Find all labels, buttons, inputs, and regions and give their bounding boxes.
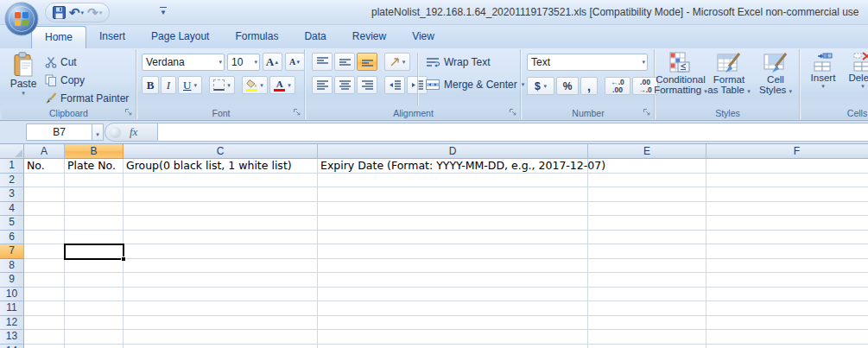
cell-F1[interactable] [706,159,868,174]
cell-F8[interactable] [706,259,868,274]
tab-review[interactable]: Review [339,26,399,47]
cell-E1[interactable] [588,159,706,174]
row-header-11[interactable]: 11 [0,301,24,316]
tab-home[interactable]: Home [31,26,86,48]
row-header-7[interactable]: 7 [0,244,24,259]
number-format-combo[interactable]: Text▾ [527,54,648,71]
tab-insert[interactable]: Insert [86,26,138,47]
paste-button[interactable]: Paste ▾ [5,52,41,107]
cell-B14[interactable] [65,345,124,348]
cell-D11[interactable] [318,301,588,316]
row-header-8[interactable]: 8 [0,259,24,274]
cell-E4[interactable] [588,202,706,217]
cell-C11[interactable] [124,301,318,316]
underline-button[interactable]: U▾ [178,76,202,94]
column-header-E[interactable]: E [588,144,706,159]
conditional-formatting-button[interactable]: Conditional Formatting ▾ [658,52,703,106]
cell-F10[interactable] [706,288,868,302]
cell-A2[interactable] [24,174,65,188]
cell-F11[interactable] [706,301,868,316]
fill-handle[interactable] [121,256,125,261]
font-dialog-launcher[interactable] [293,108,302,117]
row-header-3[interactable]: 3 [0,187,24,202]
decrease-indent-button[interactable] [384,76,405,94]
name-box[interactable]: B7 [26,123,92,141]
cell-E10[interactable] [588,288,706,302]
grow-font-button[interactable]: A▲ [263,53,282,71]
cell-F3[interactable] [706,187,868,202]
clipboard-dialog-launcher[interactable] [124,108,134,117]
cell-E14[interactable] [588,345,706,348]
fx-icon[interactable]: fx [130,125,137,139]
office-button[interactable] [4,2,39,36]
cell-D12[interactable] [318,316,588,331]
cell-C8[interactable] [124,259,318,274]
cell-B13[interactable] [65,330,124,345]
cell-B4[interactable] [65,202,124,217]
active-cell-selection[interactable] [64,244,124,260]
delete-cells-button[interactable]: Delete ▾ [845,52,868,106]
cell-C7[interactable] [124,244,318,259]
cell-D14[interactable] [318,345,588,348]
row-header-1[interactable]: 1 [0,159,24,174]
cell-F2[interactable] [706,174,868,188]
row-header-14[interactable]: 14 [0,345,24,348]
middle-align-button[interactable] [334,53,355,71]
cell-E2[interactable] [588,174,706,188]
cell-C1[interactable]: Group(0 black list, 1 white list) [124,159,318,174]
name-box-dropdown[interactable]: ▾ [92,123,104,141]
percent-style-button[interactable]: % [556,77,579,95]
cell-D5[interactable] [318,216,588,231]
column-header-D[interactable]: D [318,144,588,159]
cell-B1[interactable]: Plate No. [65,159,124,174]
cell-E9[interactable] [588,273,706,288]
cell-F7[interactable] [706,244,868,259]
cell-A6[interactable] [24,231,65,245]
cell-A14[interactable] [24,345,65,348]
wrap-text-button[interactable]: Wrap Text [426,56,491,68]
paste-dropdown[interactable]: ▾ [22,90,25,97]
customize-qat-button[interactable]: ▼ [160,7,167,17]
column-header-A[interactable]: A [24,144,65,159]
align-center-button[interactable] [334,76,355,94]
column-header-C[interactable]: C [124,144,318,159]
cell-B12[interactable] [65,316,124,331]
select-all-corner[interactable] [0,144,24,159]
cell-B6[interactable] [65,231,124,245]
cell-B11[interactable] [65,301,124,316]
cell-D1[interactable]: Expiry Date (Format: YYYY-MM-DD, e.g., 2… [318,159,588,174]
cell-F4[interactable] [706,202,868,217]
cell-E13[interactable] [588,330,706,345]
cell-C6[interactable] [124,231,318,245]
number-dialog-launcher[interactable] [643,108,652,117]
cell-F13[interactable] [706,330,868,345]
cell-styles-button[interactable]: Cell Styles ▾ [753,52,798,106]
save-icon[interactable] [53,6,66,19]
cell-F12[interactable] [706,316,868,331]
cell-A3[interactable] [24,187,65,202]
insert-dropdown[interactable]: ▾ [821,83,825,90]
formula-input[interactable] [158,123,868,142]
tab-view[interactable]: View [399,26,447,47]
merge-center-button[interactable]: Merge & Center ▾ [426,79,524,91]
align-right-button[interactable] [357,76,377,94]
cell-C2[interactable] [124,174,318,188]
cell-F6[interactable] [706,231,868,245]
cell-C14[interactable] [124,345,318,348]
orientation-button[interactable]: ▾ [384,53,410,71]
cell-D13[interactable] [318,330,588,345]
tab-page-layout[interactable]: Page Layout [138,26,222,47]
insert-cells-button[interactable]: Insert ▾ [805,52,841,106]
cut-button[interactable]: Cut [45,54,129,71]
cell-D7[interactable] [318,244,588,259]
row-header-4[interactable]: 4 [0,202,24,217]
cell-C5[interactable] [124,216,318,231]
column-header-B[interactable]: B [65,144,124,159]
fill-color-button[interactable]: ▾ [242,76,268,94]
cell-B9[interactable] [65,273,124,288]
cell-C12[interactable] [124,316,318,331]
row-header-12[interactable]: 12 [0,316,24,331]
undo-button[interactable]: ↶▾ [69,6,84,19]
format-painter-button[interactable]: Format Painter [45,90,129,107]
cell-A13[interactable] [24,330,65,345]
